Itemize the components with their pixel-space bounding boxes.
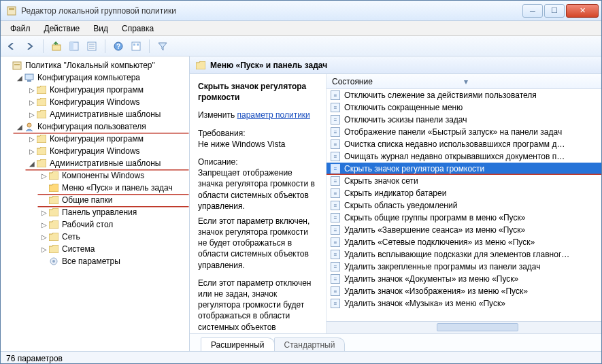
tree-cc-windows[interactable]: ▷Конфигурация Windows: [25, 96, 189, 108]
menu-view[interactable]: Вид: [86, 22, 115, 35]
policy-item[interactable]: ≡Скрыть значок сети: [327, 175, 601, 187]
policy-item-label: Отображение панели «Быстрый запуск» на п…: [344, 127, 562, 137]
expand-icon[interactable]: ▷: [28, 148, 36, 155]
help-button[interactable]: ?: [111, 39, 126, 54]
forward-button[interactable]: [22, 39, 37, 54]
policy-setting-icon: ≡: [331, 115, 340, 125]
policy-item[interactable]: ≡Отключить эскизы панели задач: [327, 114, 601, 126]
svg-rect-15: [14, 64, 20, 65]
horizontal-scrollbar[interactable]: [327, 321, 601, 333]
policy-item-label: Скрыть общие группы программ в меню «Пус…: [344, 213, 525, 222]
tree-at-ctrlpanel[interactable]: ▷Панель управления: [37, 206, 189, 218]
back-button[interactable]: [5, 39, 20, 54]
tree-at-components[interactable]: ▷Компоненты Windows: [37, 169, 189, 182]
folder-icon: [195, 60, 206, 71]
policy-item[interactable]: ≡Удалить значок «Музыка» из меню «Пуск»: [327, 297, 601, 310]
tree-pane[interactable]: Политика "Локальный компьютер" ◢ Конфигу…: [1, 56, 190, 351]
collapse-icon[interactable]: ◢: [28, 160, 36, 167]
expand-icon[interactable]: ▷: [40, 172, 48, 180]
menu-file[interactable]: Файл: [3, 22, 37, 35]
titlebar: Редактор локальной групповой политики ─ …: [1, 1, 601, 21]
policy-item[interactable]: ≡Удалить значок «Документы» из меню «Пус…: [327, 273, 601, 285]
show-hide-tree-button[interactable]: [67, 39, 82, 54]
policy-setting-icon: ≡: [331, 262, 340, 271]
tab-extended[interactable]: Расширенный: [201, 337, 275, 351]
policy-item[interactable]: ≡Удалить всплывающие подсказки для элеме…: [327, 248, 601, 261]
collapse-icon[interactable]: ◢: [16, 74, 24, 82]
edit-policy-link[interactable]: параметр политики: [237, 110, 310, 120]
tab-standard[interactable]: Стандартный: [274, 337, 346, 351]
policy-item[interactable]: ≡Скрыть значок регулятора громкости: [327, 163, 601, 175]
policy-setting-icon: ≡: [331, 237, 340, 247]
policy-item-label: Удалить значок «Документы» из меню «Пуск…: [344, 274, 518, 284]
expand-icon[interactable]: ▷: [28, 111, 36, 118]
tree-at-system[interactable]: ▷Система: [37, 243, 189, 255]
tree-cc-programs[interactable]: ▷Конфигурация программ: [25, 84, 189, 96]
tree-label: Конфигурация программ: [50, 85, 144, 95]
window-title: Редактор локальной групповой политики: [21, 6, 522, 16]
properties-button[interactable]: [84, 39, 99, 54]
tree-label: Сеть: [62, 232, 80, 242]
policy-item[interactable]: ≡Удалить значок «Изображения» из меню «П…: [327, 285, 601, 297]
folder-icon: [36, 158, 47, 169]
expand-icon[interactable]: ▷: [28, 99, 36, 106]
policy-item[interactable]: ≡Отключить сокращенные меню: [327, 101, 601, 114]
detail-desc-p1: Запрещает отображение значка регулятора …: [198, 168, 315, 211]
policy-item-label: Скрыть значок сети: [344, 176, 418, 186]
tree-at-allparams[interactable]: Все параметры: [37, 255, 189, 267]
policy-item[interactable]: ≡Отображение панели «Быстрый запуск» на …: [327, 126, 601, 138]
policy-item[interactable]: ≡Удалить «Завершение сеанса» из меню «Пу…: [327, 224, 601, 236]
tree-at-network[interactable]: ▷Сеть: [37, 231, 189, 243]
chevron-down-icon[interactable]: ▾: [464, 77, 596, 86]
policy-item[interactable]: ≡Скрыть индикатор батареи: [327, 187, 601, 199]
policy-item[interactable]: ≡Скрыть область уведомлений: [327, 199, 601, 212]
tree-root[interactable]: Политика "Локальный компьютер": [1, 59, 189, 71]
toolbar-separator: [105, 39, 105, 53]
expand-icon[interactable]: ▷: [40, 233, 48, 241]
minimize-button[interactable]: ─: [522, 4, 543, 18]
options-button[interactable]: [129, 39, 144, 54]
svg-point-18: [27, 123, 31, 127]
scroll-thumb[interactable]: [437, 323, 518, 331]
tree-at-shared[interactable]: Общие папки: [37, 194, 189, 206]
tree-uc-programs[interactable]: ▷Конфигурация программ: [25, 133, 189, 145]
detail-desc-p3: Если этот параметр отключен или не задан…: [198, 278, 312, 333]
tree-at-desktop[interactable]: ▷Рабочий стол: [37, 218, 189, 231]
settings-icon: [48, 256, 59, 267]
status-text: 76 параметров: [6, 354, 63, 363]
collapse-icon[interactable]: ◢: [16, 123, 24, 131]
tree-uc-admintpl[interactable]: ◢Административные шаблоны: [25, 157, 189, 169]
expand-icon[interactable]: ▷: [28, 86, 36, 94]
expand-icon[interactable]: ▷: [40, 221, 48, 229]
list-header[interactable]: Состояние ▾: [327, 74, 601, 89]
tree-at-startmenu[interactable]: Меню «Пуск» и панель задач: [37, 182, 189, 194]
tree-user-config[interactable]: ◢ Конфигурация пользователя: [13, 120, 189, 133]
close-button[interactable]: ✕: [566, 4, 599, 18]
menu-help[interactable]: Справка: [115, 22, 161, 35]
menu-action[interactable]: Действие: [37, 22, 87, 35]
policy-setting-icon: ≡: [331, 164, 340, 173]
expand-icon[interactable]: ▷: [40, 246, 48, 253]
app-icon: [6, 5, 17, 16]
policy-item[interactable]: ≡Удалить закрепленные программы из панел…: [327, 261, 601, 273]
filter-button[interactable]: [155, 39, 170, 54]
right-body: Скрыть значок регулятора громкости Измен…: [190, 74, 601, 333]
policy-item[interactable]: ≡Удалить «Сетевые подключения» из меню «…: [327, 236, 601, 248]
svg-text:?: ?: [116, 43, 120, 50]
expand-icon[interactable]: ▷: [40, 209, 48, 216]
tree-uc-windows[interactable]: ▷Конфигурация Windows: [25, 145, 189, 157]
policy-item-label: Отключить слежение за действиями пользов…: [344, 90, 537, 100]
tree-cc-admintpl[interactable]: ▷Административные шаблоны: [25, 108, 189, 120]
policy-item[interactable]: ≡Скрыть общие группы программ в меню «Пу…: [327, 212, 601, 224]
expand-icon[interactable]: ▷: [28, 135, 36, 143]
policy-item-label: Удалить всплывающие подсказки для элемен…: [344, 250, 569, 259]
policy-setting-icon: ≡: [331, 103, 340, 112]
up-button[interactable]: [49, 39, 64, 54]
tree-label: Компоненты Windows: [62, 171, 144, 180]
maximize-button[interactable]: ☐: [544, 4, 565, 18]
policy-item[interactable]: ≡Очистка списка недавно использовавшихся…: [327, 138, 601, 150]
policy-item[interactable]: ≡Отключить слежение за действиями пользо…: [327, 89, 601, 101]
policy-list[interactable]: ≡Отключить слежение за действиями пользо…: [327, 89, 601, 321]
policy-item[interactable]: ≡Очищать журнал недавно открывавшихся до…: [327, 150, 601, 163]
tree-computer-config[interactable]: ◢ Конфигурация компьютера: [13, 71, 189, 84]
